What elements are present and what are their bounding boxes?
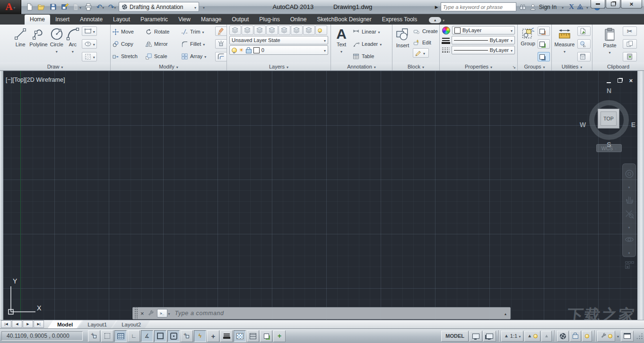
- tab-model[interactable]: Model: [48, 320, 82, 328]
- make-current-button[interactable]: [303, 26, 315, 35]
- cut-button[interactable]: ✂: [623, 26, 637, 36]
- measure-button[interactable]: Measure: [553, 26, 576, 62]
- group-edit-button[interactable]: [538, 39, 550, 49]
- trim-button[interactable]: Trim: [181, 26, 214, 38]
- auto-annotation-scale-button[interactable]: ▲: [541, 331, 552, 342]
- first-layout-button[interactable]: |◀: [1, 320, 11, 328]
- ribbon-minimize-button[interactable]: ▲: [429, 17, 444, 23]
- tab-layout2[interactable]: Layout2: [112, 320, 150, 328]
- three-d-object-snap-toggle[interactable]: [167, 330, 180, 342]
- panel-block-title[interactable]: Block: [392, 62, 439, 70]
- doc-close-icon[interactable]: ×: [629, 77, 633, 84]
- canvas-right-scroll-strip[interactable]: [637, 71, 644, 320]
- infer-constraints-toggle[interactable]: [88, 330, 100, 342]
- grid-display-toggle[interactable]: [114, 330, 127, 342]
- command-input[interactable]: Type a command: [175, 310, 505, 317]
- ortho-mode-toggle[interactable]: ∟: [128, 330, 140, 342]
- layer-states-button[interactable]: [242, 26, 253, 35]
- transparency-toggle[interactable]: [234, 330, 246, 342]
- paste-caret-icon[interactable]: [609, 49, 610, 55]
- create-block-button[interactable]: Create: [413, 26, 438, 37]
- drawing-area[interactable]: [−][Top][2D Wireframe] × N W E S TOP WCS…: [0, 71, 644, 320]
- command-wrench-icon[interactable]: [147, 310, 154, 317]
- restore-button[interactable]: [606, 0, 620, 9]
- redo-button[interactable]: ↷: [107, 2, 117, 12]
- tab-sketchbook-designer[interactable]: SketchBook Designer: [312, 15, 376, 25]
- tab-annotate[interactable]: Annotate: [75, 15, 108, 25]
- erase-button[interactable]: [215, 26, 227, 36]
- insert-block-button[interactable]: Insert: [394, 26, 411, 62]
- tab-layout1[interactable]: Layout1: [78, 320, 116, 328]
- quick-calculator-button[interactable]: [577, 39, 591, 49]
- tab-home[interactable]: Home: [25, 15, 50, 25]
- hardware-acceleration-button[interactable]: [597, 331, 615, 342]
- command-line-grip[interactable]: [134, 308, 139, 319]
- toolbar-lock-button[interactable]: [570, 331, 581, 342]
- infocenter-collapse-icon[interactable]: ▶: [435, 5, 438, 9]
- panel-utilities-title[interactable]: Utilities: [552, 62, 592, 70]
- panel-clipboard-title[interactable]: Clipboard: [592, 62, 644, 70]
- linetype-dropdown[interactable]: ByLayer: [452, 46, 515, 54]
- match-layer-button[interactable]: [315, 26, 327, 35]
- tab-manage[interactable]: Manage: [196, 15, 226, 25]
- orbit-caret-icon[interactable]: [628, 249, 630, 256]
- lineweight-display-toggle[interactable]: [220, 330, 233, 342]
- lineweight-icon[interactable]: [442, 38, 450, 39]
- a360-caret-icon[interactable]: [586, 4, 588, 10]
- zoom-extents-icon[interactable]: [624, 209, 635, 219]
- open-button[interactable]: [36, 2, 46, 12]
- nav-wheel-caret-icon[interactable]: [628, 183, 630, 190]
- polyline-button[interactable]: Polyline: [29, 26, 48, 62]
- command-expand-icon[interactable]: [505, 311, 506, 316]
- wcs-dropdown[interactable]: WCS: [596, 144, 622, 152]
- zoom-caret-icon[interactable]: [628, 223, 630, 230]
- quick-view-layouts-button[interactable]: [470, 331, 482, 342]
- new-drawing-button[interactable]: [24, 2, 35, 12]
- plot-button[interactable]: [71, 2, 82, 12]
- object-color-dropdown[interactable]: ByLayer: [452, 26, 515, 34]
- offset-button[interactable]: [215, 52, 227, 61]
- tab-layout[interactable]: Layout: [108, 15, 135, 25]
- explode-button[interactable]: [215, 39, 227, 49]
- polar-tracking-toggle[interactable]: ∡: [141, 330, 153, 342]
- linear-dimension-button[interactable]: Linear: [352, 26, 382, 38]
- command-line[interactable]: × >_ Type a command: [132, 307, 511, 319]
- properties-launcher-icon[interactable]: ↘: [512, 65, 516, 69]
- tab-express-tools[interactable]: Express Tools: [377, 15, 422, 25]
- viewcube-north[interactable]: N: [607, 87, 611, 94]
- move-button[interactable]: Move: [112, 26, 145, 38]
- sign-in-button[interactable]: Sign In: [539, 4, 557, 10]
- close-button[interactable]: ×: [621, 0, 642, 9]
- scale-button[interactable]: Scale: [145, 50, 181, 62]
- group-selection-toggle[interactable]: [538, 52, 550, 61]
- object-snap-toggle[interactable]: [154, 330, 166, 342]
- save-as-button[interactable]: [60, 2, 70, 12]
- tab-insert[interactable]: Insert: [50, 15, 75, 25]
- layer-on-icon[interactable]: [232, 48, 237, 53]
- application-menu-button[interactable]: A: [0, 0, 21, 14]
- edit-block-button[interactable]: Edit: [413, 37, 438, 48]
- rectangle-button[interactable]: [82, 26, 97, 36]
- panel-modify-title[interactable]: Modify: [111, 62, 226, 70]
- quick-view-drawings-button[interactable]: [483, 331, 496, 342]
- navigation-bar[interactable]: [622, 163, 636, 257]
- layer-properties-button[interactable]: [229, 26, 241, 35]
- doc-restore-icon[interactable]: [618, 78, 622, 83]
- annotation-scale-button[interactable]: ▲ 1:1: [501, 331, 523, 342]
- layer-color-swatch[interactable]: [253, 47, 260, 53]
- object-snap-tracking-toggle[interactable]: [181, 330, 193, 342]
- layer-dropdown[interactable]: ☀ 0: [229, 45, 328, 55]
- mirror-button[interactable]: Mirror: [145, 38, 181, 50]
- hatch-button[interactable]: [82, 52, 97, 61]
- quick-properties-toggle[interactable]: [247, 330, 259, 342]
- viewcube-top-face[interactable]: TOP: [598, 109, 619, 129]
- command-recent-caret-icon[interactable]: [168, 310, 170, 317]
- array-button[interactable]: Array: [181, 50, 214, 62]
- autodesk-360-icon[interactable]: [576, 3, 584, 10]
- pan-icon[interactable]: [624, 194, 635, 205]
- doc-minimize-icon[interactable]: [607, 82, 611, 83]
- next-layout-button[interactable]: ▶: [23, 320, 33, 328]
- viewcube[interactable]: N W E S TOP: [586, 88, 632, 145]
- print-button[interactable]: [83, 2, 94, 12]
- annotation-visibility-button[interactable]: ▲: [524, 331, 540, 342]
